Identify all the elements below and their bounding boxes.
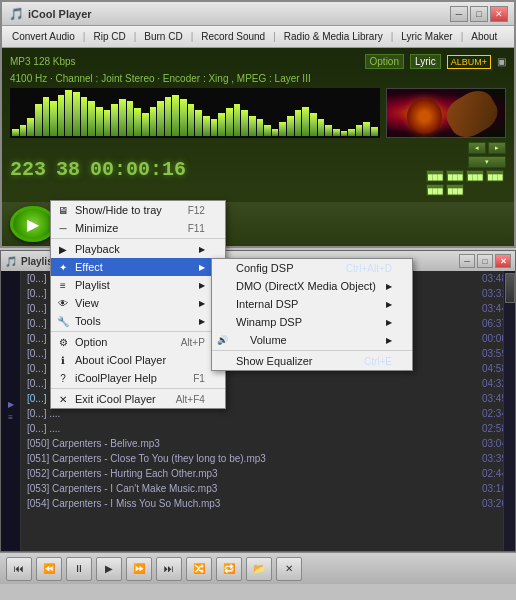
ctx-config-dsp-label: Config DSP: [236, 262, 293, 274]
ctx-show-hide-shortcut: F12: [188, 205, 205, 216]
ctx-playlist-icon: ≡: [55, 277, 71, 293]
ctx-dmo-arrow: ▶: [386, 282, 392, 291]
ctx-minimize-shortcut: F11: [188, 223, 205, 234]
ctx-sep-1: [51, 238, 225, 239]
ctx-view-label: View: [75, 297, 99, 309]
ctx-playback-label: Playback: [75, 243, 120, 255]
ctx-effect-arrow: ▶: [199, 263, 205, 272]
ctx-help[interactable]: ? iCoolPlayer Help F1: [51, 369, 225, 387]
ctx-playlist-label: Playlist: [75, 279, 110, 291]
ctx-playback[interactable]: ▶ Playback ▶: [51, 240, 225, 258]
ctx-option-label: Option: [75, 336, 107, 348]
ctx-effect[interactable]: ✦ Effect ▶ Config DSP Ctrl+Alt+D DMO (Di…: [51, 258, 225, 276]
ctx-show-hide-icon: 🖥: [55, 202, 71, 218]
ctx-dmo[interactable]: DMO (DirectX Media Object) ▶: [212, 277, 412, 295]
ctx-sep-2: [51, 331, 225, 332]
ctx-exit-label: Exit iCool Player: [75, 393, 156, 405]
context-menu: 🖥 Show/Hide to tray F12 ─ Minimize F11 ▶…: [50, 200, 226, 409]
ctx-internal-dsp-arrow: ▶: [386, 300, 392, 309]
effect-submenu: Config DSP Ctrl+Alt+D DMO (DirectX Media…: [211, 258, 413, 371]
ctx-option-icon: ⚙: [55, 334, 71, 350]
ctx-about-icool-label: About iCool Player: [75, 354, 166, 366]
ctx-tools-label: Tools: [75, 315, 101, 327]
ctx-volume[interactable]: 🔊 Volume ▶: [212, 331, 412, 349]
ctx-minimize-icon: ─: [55, 220, 71, 236]
ctx-exit-shortcut: Alt+F4: [176, 394, 205, 405]
ctx-playback-icon: ▶: [55, 241, 71, 257]
ctx-winamp-dsp[interactable]: Winamp DSP ▶: [212, 313, 412, 331]
ctx-help-icon: ?: [55, 370, 71, 386]
ctx-show-equalizer-shortcut: Ctrl+E: [364, 356, 392, 367]
ctx-exit[interactable]: ✕ Exit iCool Player Alt+F4: [51, 390, 225, 408]
ctx-view[interactable]: 👁 View ▶: [51, 294, 225, 312]
ctx-config-dsp[interactable]: Config DSP Ctrl+Alt+D: [212, 259, 412, 277]
ctx-internal-dsp[interactable]: Internal DSP ▶: [212, 295, 412, 313]
ctx-minimize-label: Minimize: [75, 222, 118, 234]
ctx-option[interactable]: ⚙ Option Alt+P: [51, 333, 225, 351]
ctx-tools-arrow: ▶: [199, 317, 205, 326]
ctx-volume-icon: 🔊: [214, 332, 230, 348]
ctx-exit-icon: ✕: [55, 391, 71, 407]
ctx-help-shortcut: F1: [193, 373, 205, 384]
ctx-winamp-dsp-arrow: ▶: [386, 318, 392, 327]
ctx-tools-icon: 🔧: [55, 313, 71, 329]
ctx-sep-3: [51, 388, 225, 389]
ctx-volume-label: Volume: [236, 334, 287, 346]
ctx-option-shortcut: Alt+P: [181, 337, 205, 348]
ctx-playlist-arrow: ▶: [199, 281, 205, 290]
ctx-playback-arrow: ▶: [199, 245, 205, 254]
ctx-config-dsp-shortcut: Ctrl+Alt+D: [346, 263, 392, 274]
ctx-internal-dsp-label: Internal DSP: [236, 298, 298, 310]
context-menu-overlay: 🖥 Show/Hide to tray F12 ─ Minimize F11 ▶…: [0, 0, 516, 584]
ctx-show-equalizer[interactable]: Show Equalizer Ctrl+E: [212, 352, 412, 370]
ctx-dmo-label: DMO (DirectX Media Object): [236, 280, 376, 292]
ctx-volume-arrow: ▶: [386, 336, 392, 345]
ctx-show-equalizer-label: Show Equalizer: [236, 355, 312, 367]
ctx-winamp-dsp-label: Winamp DSP: [236, 316, 302, 328]
ctx-show-hide[interactable]: 🖥 Show/Hide to tray F12: [51, 201, 225, 219]
sub-sep-1: [212, 350, 412, 351]
ctx-help-label: iCoolPlayer Help: [75, 372, 157, 384]
ctx-playlist[interactable]: ≡ Playlist ▶: [51, 276, 225, 294]
ctx-view-arrow: ▶: [199, 299, 205, 308]
ctx-effect-label: Effect: [75, 261, 103, 273]
ctx-about-icool-icon: ℹ: [55, 352, 71, 368]
ctx-show-hide-label: Show/Hide to tray: [75, 204, 162, 216]
ctx-effect-icon: ✦: [55, 259, 71, 275]
ctx-minimize[interactable]: ─ Minimize F11: [51, 219, 225, 237]
ctx-view-icon: 👁: [55, 295, 71, 311]
main-application: 🎵 iCool Player ─ □ ✕ Convert Audio | Rip…: [0, 0, 516, 584]
ctx-tools[interactable]: 🔧 Tools ▶: [51, 312, 225, 330]
ctx-about-icool[interactable]: ℹ About iCool Player: [51, 351, 225, 369]
